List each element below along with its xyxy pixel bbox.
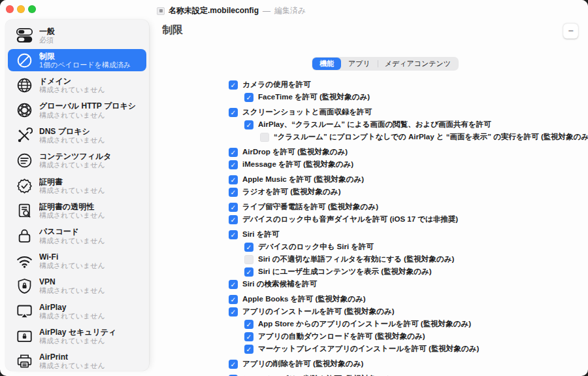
checkbox[interactable] (229, 108, 238, 117)
checkbox-row[interactable]: Apple Music を許可 (監視対象のみ) (229, 173, 588, 186)
checkbox-label: Siri を許可 (242, 230, 280, 239)
checkbox[interactable] (229, 148, 238, 157)
checkbox-row[interactable]: デバイスのロック中も Siri を許可 (244, 241, 588, 253)
checkbox[interactable] (229, 203, 238, 212)
sidebar-item-title: グローバル HTTP プロキシ (39, 101, 136, 111)
checkbox-row[interactable]: App Store からのアプリのインストールを許可 (監視対象のみ) (244, 318, 588, 330)
sidebar-item-subtitle: 構成されていません (39, 362, 105, 370)
sidebar-item-subtitle: 1個のペイロードを構成済み (39, 61, 131, 69)
checkbox[interactable] (229, 80, 238, 90)
seal-check-icon (14, 176, 34, 196)
sidebar-item-certificate-transparency[interactable]: 証明書の透明性 構成されていません (8, 198, 146, 223)
checkbox-row[interactable]: アプリの削除を許可 (監視対象のみ) (229, 358, 588, 370)
checkbox[interactable] (229, 280, 238, 289)
checkbox[interactable] (229, 230, 238, 239)
checkbox-row[interactable]: AirPlay、“クラスルーム” による画面の閲覧、および画面共有を許可 (244, 118, 588, 131)
checkbox-row[interactable]: アプリの自動ダウンロードを許可 (監視対象のみ) (244, 330, 588, 343)
checkbox-label: AirDrop を許可 (監視対象のみ) (242, 147, 348, 157)
sidebar-item-subtitle: 構成されていません (39, 237, 105, 245)
restrictions-checkbox-list: カメラの使用を許可 FaceTime を許可 (監視対象のみ) スクリーンショッ… (229, 76, 588, 376)
sidebar-item-subtitle: 構成されていません (39, 211, 105, 220)
checkbox[interactable] (244, 332, 253, 341)
checkbox-row[interactable]: デバイスのロック中も音声ダイヤルを許可 (iOS 17 では非推奨) (229, 213, 588, 226)
sidebar-item-airprint[interactable]: AirPrint 構成されていません (8, 349, 146, 371)
checkbox-row[interactable]: ライブ留守番電話を許可 (監視対象のみ) (229, 201, 588, 213)
sidebar-item-title: Wi-Fi (39, 252, 105, 262)
sidebar-item-subtitle: 構成されていません (39, 111, 136, 120)
sidebar-item-restrictions[interactable]: 制限 1個のペイロードを構成済み (8, 49, 146, 71)
checkbox[interactable] (244, 255, 253, 264)
close-button[interactable] (6, 5, 14, 13)
checkbox-row[interactable]: FaceTime を許可 (監視対象のみ) (244, 91, 588, 103)
checkbox-row[interactable]: Siri の検索候補を許可 (229, 278, 588, 290)
sidebar-item-title: AirPlay (39, 303, 105, 312)
sidebar-item-passcode[interactable]: パスコード 構成されていません (8, 224, 146, 248)
minimize-button[interactable] (17, 5, 25, 13)
sidebar-item-global-http-proxy[interactable]: グローバル HTTP プロキシ 構成されていません (8, 98, 146, 123)
checkbox-label: FaceTime を許可 (監視対象のみ) (258, 92, 370, 102)
sidebar-item-domains[interactable]: ドメイン 構成されていません (8, 73, 146, 97)
checkbox-row[interactable]: Siri にユーザ生成コンテンツを表示 (監視対象のみ) (244, 265, 588, 278)
sidebar-item-title: コンテンツフィルタ (39, 152, 112, 161)
checkbox[interactable] (229, 188, 238, 197)
fullscreen-button[interactable] (28, 5, 36, 13)
sidebar-item-dns-proxy[interactable]: DNS プロキシ 構成されていません (8, 123, 146, 148)
toggles-icon (14, 26, 34, 45)
globe-network-icon (14, 101, 34, 120)
sidebar-item-wifi[interactable]: Wi-Fi 構成されていません (8, 248, 146, 273)
remove-payload-button[interactable]: − (563, 24, 578, 39)
checkbox-row[interactable]: Siri を許可 (229, 228, 588, 241)
checkbox-row[interactable]: カメラの使用を許可 (229, 78, 588, 91)
checkbox[interactable] (229, 307, 238, 316)
checkbox-row[interactable]: アプリのインストールを許可 (監視対象のみ) (229, 305, 588, 318)
tab-functions[interactable]: 機能 (312, 58, 341, 70)
checkbox-row[interactable]: ラジオを許可 (監視対象のみ) (229, 186, 588, 198)
restrictions-segmented-control: 機能アプリメディアコンテンツ (312, 57, 459, 71)
sidebar-item-title: 証明書の透明性 (39, 202, 105, 211)
globe-icon (14, 76, 34, 95)
checkbox-label: “クラスルーム” にプロンプトなしでの AirPlay と “画面を表示” の実… (274, 132, 588, 142)
checkbox-row[interactable]: Siri の不適切な単語フィルタを有効にする (監視対象のみ) (244, 253, 588, 265)
checkbox-row[interactable]: システムアプリの削除を許可 (監視対象のみ) (229, 373, 588, 376)
sidebar-item-content-filter[interactable]: コンテンツフィルタ 構成されていません (8, 148, 146, 173)
checkbox-row[interactable]: スクリーンショットと画面収録を許可 (229, 106, 588, 118)
checkbox[interactable] (244, 243, 253, 252)
checkbox[interactable] (244, 320, 253, 329)
checkbox[interactable] (244, 93, 253, 102)
sidebar-item-subtitle: 構成されていません (39, 312, 105, 320)
checkbox[interactable] (229, 175, 238, 184)
tab-media-content[interactable]: メディアコンテンツ (378, 58, 458, 70)
payload-sidebar: 一般 必須 制限 1個のペイロードを構成済み ドメイン 構成されていません グロ… (5, 20, 149, 371)
sidebar-item-general[interactable]: 一般 必須 (8, 23, 146, 48)
printer-icon (14, 352, 34, 371)
sidebar-item-subtitle: 構成されていません (39, 286, 105, 295)
checkbox[interactable] (244, 267, 253, 277)
checkbox[interactable] (244, 345, 253, 354)
sidebar-item-title: VPN (39, 277, 105, 286)
sidebar-item-certificates[interactable]: 証明書 構成されていません (8, 173, 146, 198)
sidebar-item-title: 制限 (39, 52, 131, 61)
checkbox-row[interactable]: マーケットプレイスアプリのインストールを許可 (監視対象のみ) (244, 343, 588, 355)
checkbox[interactable] (229, 360, 238, 369)
sidebar-item-airplay[interactable]: AirPlay 構成されていません (8, 299, 146, 324)
sidebar-item-airplay-security[interactable]: AirPlay セキュリティ 構成されていません (8, 324, 146, 349)
checkbox-row[interactable]: Apple Books を許可 (監視対象のみ) (229, 293, 588, 305)
checkbox-row[interactable]: AirDrop を許可 (監視対象のみ) (229, 146, 588, 158)
checkbox[interactable] (229, 160, 238, 169)
sidebar-item-subtitle: 構成されていません (39, 262, 105, 270)
checkbox-label: Siri の検索候補を許可 (242, 279, 317, 289)
checkbox-label: ラジオを許可 (監視対象のみ) (242, 187, 340, 197)
tab-apps[interactable]: アプリ (341, 58, 378, 70)
checkbox-row[interactable]: “クラスルーム” にプロンプトなしでの AirPlay と “画面を表示” の実… (260, 131, 588, 143)
checkbox[interactable] (229, 215, 238, 224)
checkbox-label: Apple Music を許可 (監視対象のみ) (242, 175, 364, 184)
airplay-icon (14, 301, 34, 321)
titlebar: 名称未設定.mobileconfig — 編集済み (0, 0, 588, 20)
checkbox[interactable] (244, 120, 253, 129)
checkbox-label: スクリーンショットと画面収録を許可 (242, 107, 372, 117)
sidebar-item-title: パスコード (39, 227, 105, 236)
checkbox[interactable] (229, 295, 238, 304)
checkbox[interactable] (260, 133, 269, 142)
sidebar-item-vpn[interactable]: VPN 構成されていません (8, 274, 146, 299)
checkbox-row[interactable]: iMessage を許可 (監視対象のみ) (229, 158, 588, 171)
